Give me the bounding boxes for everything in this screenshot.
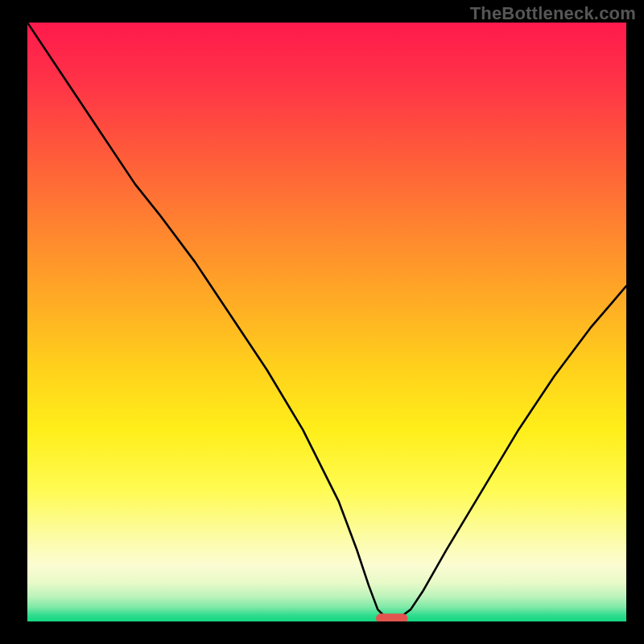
optimal-marker [376,613,407,621]
chart-frame: TheBottleneck.com [0,0,644,644]
bottleneck-chart [27,23,626,621]
watermark-label: TheBottleneck.com [470,3,636,24]
gradient-background [27,23,626,621]
